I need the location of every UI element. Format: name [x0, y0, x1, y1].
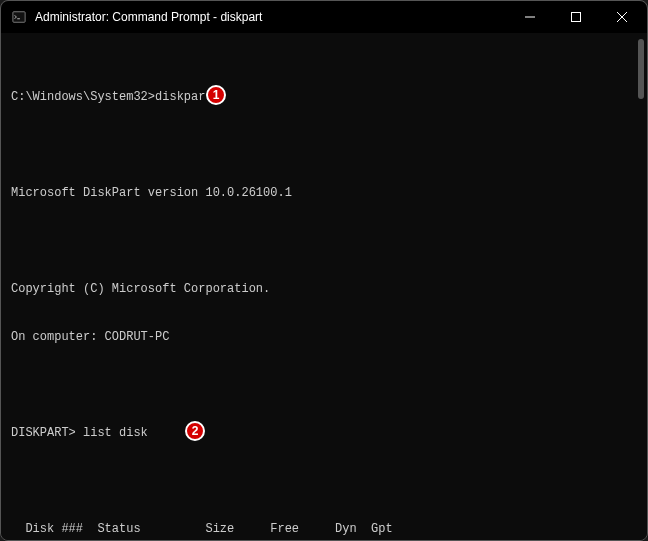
window-titlebar: Administrator: Command Prompt - diskpart [1, 1, 647, 33]
svg-rect-0 [13, 12, 25, 23]
close-icon [617, 12, 627, 22]
annotation-badge-1: 1 [206, 85, 226, 105]
terminal-line: Microsoft DiskPart version 10.0.26100.1 [11, 185, 643, 201]
cmd-icon [11, 9, 27, 25]
window-title: Administrator: Command Prompt - diskpart [35, 10, 262, 24]
maximize-icon [571, 12, 581, 22]
terminal-line: On computer: CODRUT-PC [11, 329, 643, 345]
close-button[interactable] [599, 2, 645, 32]
terminal-line: Disk ### Status Size Free Dyn Gpt [11, 521, 643, 537]
terminal-body[interactable]: C:\Windows\System32>diskpart1 Microsoft … [1, 33, 647, 541]
annotation-badge-2: 2 [185, 421, 205, 441]
terminal-line: C:\Windows\System32>diskpart1 [11, 89, 643, 105]
maximize-button[interactable] [553, 2, 599, 32]
terminal-line [11, 473, 643, 489]
terminal-line [11, 377, 643, 393]
terminal-line: DISKPART> list disk2 [11, 425, 643, 441]
terminal-line [11, 137, 643, 153]
svg-rect-3 [572, 13, 581, 22]
window-controls [507, 2, 645, 32]
terminal-line [11, 233, 643, 249]
minimize-icon [525, 12, 535, 22]
minimize-button[interactable] [507, 2, 553, 32]
terminal-line: Copyright (C) Microsoft Corporation. [11, 281, 643, 297]
